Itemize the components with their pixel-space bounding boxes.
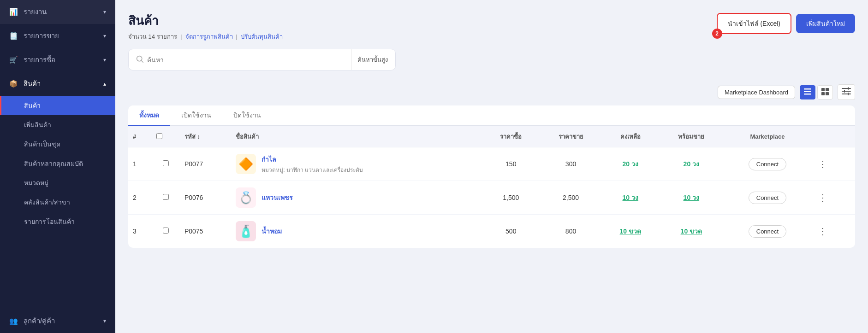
product-image: 🔶: [236, 154, 256, 174]
advanced-search-link[interactable]: ค้นหาขั้นสูง: [351, 49, 388, 70]
column-settings-button[interactable]: [838, 84, 855, 100]
sidebar-item-purchase[interactable]: 🛒 รายการซื้อ ▾: [0, 48, 115, 72]
sidebar-sub-item-warehouse[interactable]: คลังสินค้า/สาขา: [0, 193, 115, 212]
sidebar-sub-item-add-product[interactable]: เพิ่มสินค้า: [0, 115, 115, 134]
product-name-link[interactable]: แหวนเพชร: [262, 194, 293, 201]
tab-all[interactable]: ทั้งหมด: [128, 105, 170, 126]
row-checkbox[interactable]: [152, 181, 180, 215]
chevron-down-icon: ▾: [103, 57, 106, 63]
sidebar-item-report[interactable]: 📊 รายงาน ▾: [0, 0, 115, 24]
sidebar-sub-label: สินค้า: [24, 100, 41, 111]
more-actions-button[interactable]: ⋮: [815, 158, 830, 169]
row-actions[interactable]: ⋮: [811, 147, 855, 181]
view-toggle: [800, 85, 833, 99]
connect-button[interactable]: Connect: [749, 158, 786, 170]
sidebar-item-product[interactable]: 📦 สินค้า ▴: [0, 72, 115, 96]
list-view-button[interactable]: [800, 85, 815, 99]
search-input-wrap: [136, 51, 345, 69]
sidebar-sub-label: สินค้าหลากคุณสมบัติ: [24, 158, 83, 169]
page-header: สินค้า จำนวน 14 รายการ | จัดการรูภาพสินค…: [128, 11, 855, 41]
product-name-link[interactable]: กำไล: [262, 156, 276, 163]
sidebar-sub-item-product-set[interactable]: สินค้าเป็นชุด: [0, 134, 115, 154]
row-code: P0075: [180, 215, 231, 248]
grid-view-button[interactable]: [817, 85, 833, 99]
row-marketplace[interactable]: Connect: [724, 215, 811, 248]
stock-link[interactable]: 10 ขวด: [620, 228, 641, 235]
row-checkbox[interactable]: [152, 215, 180, 248]
svg-rect-11: [842, 93, 851, 94]
row-marketplace[interactable]: Connect: [724, 147, 811, 181]
marketplace-dashboard-button[interactable]: Marketplace Dashboard: [718, 86, 795, 99]
row-select-checkbox[interactable]: [163, 194, 169, 200]
stock-link[interactable]: 20 วง: [623, 160, 638, 168]
toolbar-row: Marketplace Dashboard: [128, 84, 855, 100]
sidebar-sub-item-product-main[interactable]: สินค้า: [0, 96, 115, 115]
row-stock[interactable]: 10 วง: [602, 181, 659, 215]
sidebar-item-label: รายการขาย: [24, 30, 59, 41]
row-ready[interactable]: 10 วง: [659, 181, 724, 215]
stock-link[interactable]: 10 วง: [623, 194, 638, 201]
ready-link[interactable]: 20 วง: [684, 160, 699, 168]
table-header-row: # รหัส ↕ ชื่อสินค้า ราคาซื้อ ราคาขาย คงเ…: [128, 126, 855, 147]
adjust-cost-link[interactable]: ปรับต้นทุนสินค้า: [241, 33, 283, 40]
chevron-up-icon: ▴: [103, 81, 106, 87]
sidebar-item-customer[interactable]: 👥 ลูกค้า/คู่ค้า ▾: [0, 309, 115, 333]
ready-link[interactable]: 10 วง: [684, 194, 699, 201]
svg-rect-9: [842, 88, 851, 89]
more-actions-button[interactable]: ⋮: [815, 226, 830, 237]
row-actions[interactable]: ⋮: [811, 181, 855, 215]
row-sell-price: 800: [539, 215, 602, 248]
import-wrapper: นำเข้าไฟล์ (Excel) 2: [717, 13, 791, 34]
svg-rect-2: [804, 88, 811, 90]
table-row: 3 P0075 🧴 น้ำหอม 500 800 10 ขวด 10 ขวด C…: [128, 215, 855, 248]
connect-button[interactable]: Connect: [749, 225, 786, 238]
search-input[interactable]: [147, 51, 345, 69]
svg-rect-6: [826, 88, 829, 91]
product-image: 💍: [236, 187, 256, 208]
ready-link[interactable]: 10 ขวด: [681, 228, 702, 235]
main-content: สินค้า จำนวน 14 รายการ | จัดการรูภาพสินค…: [115, 0, 868, 333]
row-select-checkbox[interactable]: [163, 160, 169, 166]
product-image: 🧴: [236, 221, 256, 241]
row-stock[interactable]: 10 ขวด: [602, 215, 659, 248]
sidebar-sub-item-product-quality[interactable]: สินค้าหลากคุณสมบัติ: [0, 154, 115, 173]
sidebar-item-label: รายการซื้อ: [24, 54, 55, 65]
sidebar-sub-item-category[interactable]: หมวดหมู่: [0, 173, 115, 193]
row-buy-price: 1,500: [482, 181, 539, 215]
more-actions-button[interactable]: ⋮: [815, 192, 830, 203]
connect-button[interactable]: Connect: [749, 192, 786, 204]
row-code: P0077: [180, 147, 231, 181]
tab-open[interactable]: เปิดใช้งาน: [170, 105, 222, 126]
select-all-checkbox[interactable]: [156, 133, 162, 139]
tab-closed[interactable]: ปิดใช้งาน: [222, 105, 272, 126]
row-select-checkbox[interactable]: [163, 228, 169, 234]
tabs: ทั้งหมด เปิดใช้งาน ปิดใช้งาน: [128, 105, 855, 126]
manage-images-link[interactable]: จัดการรูภาพสินค้า: [185, 33, 233, 40]
search-icon: [136, 55, 143, 64]
row-checkbox[interactable]: [152, 147, 180, 181]
row-stock[interactable]: 20 วง: [602, 147, 659, 181]
sidebar-sub-label: สินค้าเป็นชุด: [24, 139, 60, 149]
col-buy-price: ราคาซื้อ: [482, 126, 539, 147]
import-button[interactable]: นำเข้าไฟล์ (Excel): [717, 13, 791, 34]
row-num: 3: [128, 215, 152, 248]
product-table: # รหัส ↕ ชื่อสินค้า ราคาซื้อ ราคาขาย คงเ…: [128, 126, 855, 248]
col-ready: พร้อมขาย: [659, 126, 724, 147]
product-name-link[interactable]: น้ำหอม: [262, 228, 282, 235]
svg-line-1: [141, 60, 143, 62]
sidebar-item-sales[interactable]: 🗒️ รายการขาย ▾: [0, 24, 115, 48]
row-ready[interactable]: 20 วง: [659, 147, 724, 181]
row-product-info: 💍 แหวนเพชร: [231, 181, 482, 215]
row-marketplace[interactable]: Connect: [724, 181, 811, 215]
row-product-info: 🧴 น้ำหอม: [231, 215, 482, 248]
chevron-down-icon: ▾: [103, 318, 106, 324]
row-num: 2: [128, 181, 152, 215]
col-code: รหัส ↕: [180, 126, 231, 147]
header-buttons: นำเข้าไฟล์ (Excel) 2 เพิ่มสินค้าใหม่: [717, 13, 855, 34]
row-actions[interactable]: ⋮: [811, 215, 855, 248]
chevron-down-icon: ▾: [103, 9, 106, 15]
add-product-button[interactable]: เพิ่มสินค้าใหม่: [796, 14, 855, 33]
table-row: 2 P0076 💍 แหวนเพชร 1,500 2,500 10 วง 10 …: [128, 181, 855, 215]
row-ready[interactable]: 10 ขวด: [659, 215, 724, 248]
sidebar-sub-item-transfer[interactable]: รายการโอนสินค้า: [0, 212, 115, 231]
